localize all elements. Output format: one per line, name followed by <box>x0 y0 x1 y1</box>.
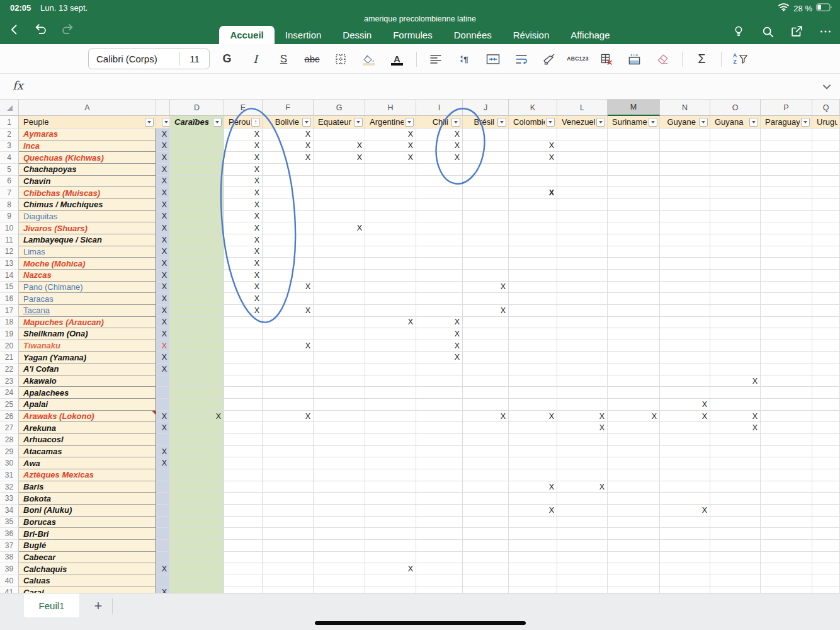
cell-F41[interactable] <box>263 587 314 593</box>
cell-D31[interactable] <box>170 469 224 481</box>
cell-P34[interactable] <box>761 505 812 517</box>
cell-M11[interactable] <box>608 234 660 246</box>
cell-A41[interactable]: Caral <box>19 587 156 593</box>
cell-H39[interactable]: X <box>365 563 416 575</box>
cell-L9[interactable] <box>557 211 608 223</box>
cell-K15[interactable] <box>509 282 557 294</box>
cell-K23[interactable] <box>509 375 557 387</box>
delete-cells-button[interactable] <box>592 49 620 69</box>
cell-E8[interactable]: X <box>224 199 263 211</box>
cell-O7[interactable] <box>710 187 761 199</box>
column-header-E[interactable]: E <box>224 100 263 116</box>
cell-A21[interactable]: Yagan (Yamana) <box>19 352 156 364</box>
cell-Q37[interactable] <box>812 540 840 552</box>
cell-G7[interactable] <box>314 187 365 199</box>
cell-I9[interactable] <box>416 211 463 223</box>
cell-E37[interactable] <box>224 540 263 552</box>
cell-E39[interactable] <box>224 563 263 575</box>
cell-E36[interactable] <box>224 528 263 540</box>
cell-F32[interactable] <box>263 481 314 493</box>
row-header-12[interactable]: 12 <box>0 246 19 258</box>
cell-B7[interactable]: X <box>156 187 170 199</box>
cell-K33[interactable] <box>509 493 557 505</box>
cell-B4[interactable]: X <box>156 152 170 164</box>
cell-L7[interactable] <box>557 187 608 199</box>
cell-N10[interactable] <box>660 222 710 234</box>
cell-O33[interactable] <box>710 493 761 505</box>
cell-M20[interactable] <box>608 340 660 352</box>
cell-L34[interactable] <box>557 505 608 517</box>
cell-G23[interactable] <box>314 375 365 387</box>
column-header-L[interactable]: L <box>557 100 608 116</box>
cell-N25[interactable]: X <box>660 399 710 411</box>
cell-E16[interactable]: X <box>224 293 263 305</box>
column-header-I[interactable]: I <box>416 100 463 116</box>
cell-E21[interactable] <box>224 352 263 364</box>
filter-button[interactable] <box>699 118 708 127</box>
cell-Q9[interactable] <box>812 211 840 223</box>
cell-O34[interactable] <box>710 505 761 517</box>
cell-Q36[interactable] <box>812 528 840 540</box>
cell-J6[interactable] <box>463 176 509 188</box>
cell-H22[interactable] <box>365 364 416 375</box>
column-header-P[interactable]: P <box>761 100 812 116</box>
row-header-19[interactable]: 19 <box>0 328 19 340</box>
cell-A17[interactable]: Tacana <box>19 305 156 317</box>
cell-O11[interactable] <box>710 234 761 246</box>
column-header-Q[interactable]: Q <box>812 100 840 116</box>
cell-Q35[interactable] <box>812 517 840 529</box>
cell-E7[interactable]: X <box>224 187 263 199</box>
cell-M32[interactable] <box>608 481 660 493</box>
cell-K9[interactable] <box>509 211 557 223</box>
column-header-O[interactable]: O <box>710 100 761 116</box>
cell-M29[interactable] <box>608 446 660 458</box>
cell-I30[interactable] <box>416 457 463 469</box>
cell-I38[interactable] <box>416 552 463 564</box>
cell-I37[interactable] <box>416 540 463 552</box>
cell-H19[interactable] <box>365 328 416 340</box>
cell-K6[interactable] <box>509 176 557 188</box>
font-color-button[interactable]: A <box>383 49 411 69</box>
cell-D6[interactable] <box>170 176 224 188</box>
cell-D38[interactable] <box>170 552 224 564</box>
cell-N9[interactable] <box>660 211 710 223</box>
cell-O29[interactable] <box>710 446 761 458</box>
filter-button[interactable] <box>213 118 222 127</box>
cell-G8[interactable] <box>314 199 365 211</box>
row-header-39[interactable]: 39 <box>0 563 19 575</box>
cell-O36[interactable] <box>710 528 761 540</box>
cell-N29[interactable] <box>660 446 710 458</box>
cell-B13[interactable]: X <box>156 258 170 270</box>
column-header-D[interactable]: D <box>170 100 224 116</box>
cell-N12[interactable] <box>660 246 710 258</box>
cell-F14[interactable] <box>263 270 314 282</box>
cell-O30[interactable] <box>710 457 761 469</box>
cell-G29[interactable] <box>314 446 365 458</box>
row-header-25[interactable]: 25 <box>0 399 19 411</box>
cell-G2[interactable] <box>314 129 365 140</box>
cell-H20[interactable] <box>365 340 416 352</box>
cell-G16[interactable] <box>314 293 365 305</box>
cell-D10[interactable] <box>170 222 224 234</box>
filter-button[interactable] <box>749 118 758 127</box>
cell-M40[interactable] <box>608 575 660 587</box>
cell-M39[interactable] <box>608 563 660 575</box>
row-header-28[interactable]: 28 <box>0 434 19 446</box>
cell-M14[interactable] <box>608 270 660 282</box>
cell-M16[interactable] <box>608 293 660 305</box>
cell-N39[interactable] <box>660 563 710 575</box>
filter-button[interactable] <box>451 118 460 127</box>
cell-B19[interactable]: X <box>156 328 170 340</box>
cell-G11[interactable] <box>314 234 365 246</box>
cell-N3[interactable] <box>660 140 710 152</box>
cell-A16[interactable]: Paracas <box>19 293 156 305</box>
cell-E18[interactable] <box>224 317 263 329</box>
cell-A35[interactable]: Borucas <box>19 517 156 529</box>
cell-A25[interactable]: Apalai <box>19 399 156 411</box>
cell-M27[interactable] <box>608 422 660 434</box>
cell-I40[interactable] <box>416 575 463 587</box>
cell-L37[interactable] <box>557 540 608 552</box>
cell-Q16[interactable] <box>812 293 840 305</box>
cell-D19[interactable] <box>170 328 224 340</box>
cell-D35[interactable] <box>170 517 224 529</box>
